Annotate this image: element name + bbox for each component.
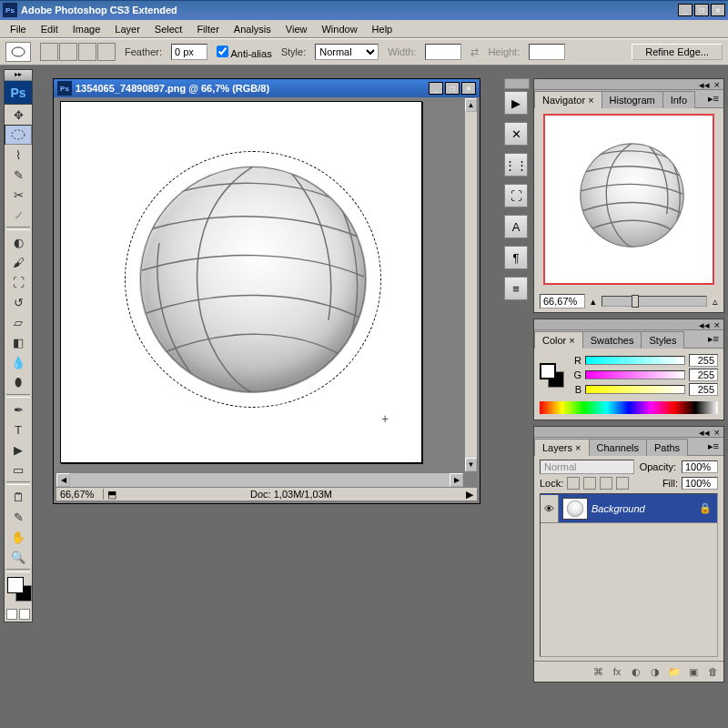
zoom-in-icon[interactable]: ▵ [713, 296, 718, 308]
dock-layers-icon[interactable]: ≡ [504, 277, 528, 300]
zoom-field[interactable]: 66,67% [56, 489, 104, 500]
brush-tool[interactable]: 🖌 [5, 252, 32, 272]
menu-file[interactable]: File [4, 22, 33, 36]
menu-view[interactable]: View [279, 22, 314, 36]
lock-all-button[interactable] [616, 477, 629, 490]
intersect-selection-button[interactable] [97, 43, 116, 61]
toolbox-grip[interactable]: ▸▸ [5, 70, 32, 81]
new-layer-button[interactable]: ▣ [685, 664, 702, 679]
scroll-right-button[interactable]: ▶ [450, 473, 463, 487]
scroll-up-button[interactable]: ▲ [465, 98, 477, 112]
lock-pixels-button[interactable] [583, 477, 596, 490]
subtract-selection-button[interactable] [78, 43, 96, 61]
layer-name[interactable]: Background [592, 503, 699, 514]
menu-help[interactable]: Help [366, 22, 399, 36]
tab-histogram[interactable]: Histogram [602, 91, 663, 108]
doc-restore-button[interactable]: ❐ [445, 82, 460, 95]
tab-channels[interactable]: Channels [589, 439, 647, 456]
color-spectrum[interactable] [540, 401, 718, 414]
eraser-tool[interactable]: ▱ [5, 312, 32, 332]
zoom-tool[interactable]: 🔍 [5, 547, 32, 567]
pen-tool[interactable]: ✒ [5, 399, 32, 420]
color-swatch-pair[interactable] [540, 363, 565, 389]
canvas[interactable]: + [60, 101, 422, 463]
delete-layer-button[interactable]: 🗑 [704, 664, 721, 679]
adjustment-layer-button[interactable]: ◑ [647, 664, 663, 679]
dodge-tool[interactable]: ⬮ [5, 372, 32, 392]
blur-tool[interactable]: 💧 [5, 352, 32, 372]
standard-mode-button[interactable] [6, 609, 17, 620]
dock-play-icon[interactable]: ▶ [504, 91, 528, 115]
hand-tool[interactable]: ✋ [5, 527, 32, 547]
status-icon[interactable]: ⬒ [104, 489, 120, 500]
layer-mask-button[interactable]: ◐ [628, 664, 644, 679]
move-tool[interactable]: ✥ [5, 105, 32, 125]
scroll-down-button[interactable]: ▼ [465, 458, 477, 471]
healing-brush-tool[interactable]: ◐ [5, 232, 32, 252]
feather-input[interactable] [171, 44, 207, 60]
antialias-checkbox[interactable]: Anti-alias [217, 46, 272, 59]
layers-menu-button[interactable]: ▸≡ [703, 438, 723, 455]
path-select-tool[interactable]: ▶ [5, 440, 32, 460]
dock-grip[interactable] [504, 78, 530, 89]
lock-transparency-button[interactable] [567, 477, 580, 490]
layer-list[interactable]: 👁 Background 🔒 [540, 493, 718, 657]
tab-paths[interactable]: Paths [646, 439, 688, 456]
stamp-tool[interactable]: ⛶ [5, 272, 32, 292]
doc-minimize-button[interactable]: _ [429, 82, 443, 95]
menu-select[interactable]: Select [148, 22, 189, 36]
shape-tool[interactable]: ▭ [5, 460, 32, 480]
b-value[interactable]: 255 [689, 383, 718, 396]
nav-zoom-field[interactable]: 66,67% [540, 294, 585, 308]
zoom-out-icon[interactable]: ▴ [591, 296, 596, 308]
navigator-head[interactable]: ◂◂ × [534, 79, 723, 90]
menu-analysis[interactable]: Analysis [228, 22, 278, 36]
eyedropper-tool[interactable]: ✎ [5, 507, 32, 527]
menu-edit[interactable]: Edit [35, 22, 65, 36]
layer-row[interactable]: 👁 Background 🔒 [541, 494, 717, 523]
menu-filter[interactable]: Filter [190, 22, 225, 36]
layer-style-button[interactable]: fx [609, 664, 625, 679]
g-value[interactable]: 255 [689, 369, 718, 381]
color-swatches[interactable] [5, 574, 32, 607]
blend-mode-select[interactable]: Normal [540, 460, 634, 474]
g-slider[interactable] [585, 370, 685, 379]
slice-tool[interactable]: ⟋ [5, 205, 32, 225]
status-menu-button[interactable]: ▶ [462, 489, 477, 500]
layer-thumbnail[interactable] [562, 498, 588, 520]
b-slider[interactable] [585, 385, 685, 394]
restore-button[interactable]: ❐ [694, 4, 709, 16]
canvas-area[interactable]: + [56, 97, 463, 472]
color-menu-button[interactable]: ▸≡ [703, 330, 723, 348]
dock-clone-icon[interactable]: ⛶ [504, 184, 528, 207]
close-button[interactable]: × [711, 4, 725, 16]
navigator-menu-button[interactable]: ▸≡ [703, 90, 723, 107]
horizontal-scrollbar[interactable]: ◀ ▶ [56, 473, 463, 487]
tab-color[interactable]: Color × [534, 331, 583, 349]
nav-zoom-slider[interactable] [602, 296, 707, 307]
lock-position-button[interactable] [600, 477, 612, 490]
menu-window[interactable]: Window [315, 22, 363, 36]
dock-brushes-icon[interactable]: ⋮⋮ [504, 153, 528, 177]
r-slider[interactable] [585, 356, 685, 365]
quick-select-tool[interactable]: ✎ [5, 165, 32, 185]
crop-tool[interactable]: ✂ [5, 185, 32, 205]
history-brush-tool[interactable]: ↺ [5, 292, 32, 312]
minimize-button[interactable]: _ [678, 4, 693, 16]
gradient-tool[interactable]: ◧ [5, 332, 32, 352]
dock-tools-icon[interactable]: ✕ [504, 122, 528, 146]
r-value[interactable]: 255 [689, 354, 718, 367]
menu-image[interactable]: Image [66, 22, 107, 36]
group-button[interactable]: 📁 [666, 664, 682, 679]
marquee-tool[interactable] [5, 125, 32, 145]
opacity-field[interactable]: 100% [682, 460, 718, 473]
menu-layer[interactable]: Layer [108, 22, 147, 36]
doc-close-button[interactable]: × [461, 82, 476, 95]
tab-styles[interactable]: Styles [641, 331, 684, 349]
vertical-scrollbar[interactable]: ▲ ▼ [464, 97, 478, 472]
document-titlebar[interactable]: Ps 1354065_74890897.png @ 66,7% (RGB/8) … [54, 79, 480, 97]
notes-tool[interactable]: 🗒 [5, 487, 32, 507]
fill-field[interactable]: 100% [682, 477, 718, 490]
foreground-color-swatch[interactable] [7, 577, 24, 593]
layers-head[interactable]: ◂◂ × [534, 427, 723, 438]
